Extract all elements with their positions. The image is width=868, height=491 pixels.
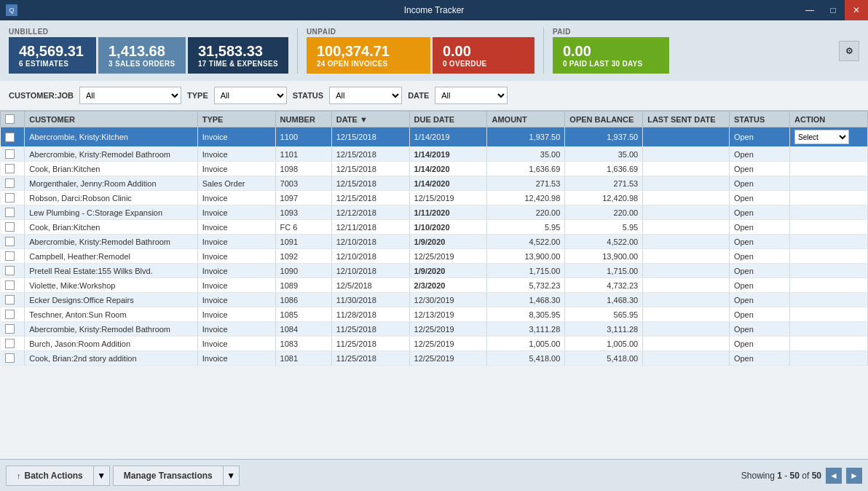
row-check-cell[interactable] <box>1 264 25 278</box>
customer-job-select[interactable]: All <box>79 87 181 104</box>
row-checkbox[interactable] <box>5 324 15 334</box>
date-select[interactable]: All <box>435 87 508 104</box>
row-action[interactable] <box>790 249 868 264</box>
row-checkbox[interactable] <box>5 178 15 188</box>
paid-last30-card[interactable]: 0.00 0 PAID LAST 30 DAYS <box>553 37 669 74</box>
row-check-cell[interactable] <box>1 176 25 191</box>
row-checkbox[interactable] <box>5 251 15 261</box>
table-row[interactable]: Teschner, Anton:Sun Room Invoice 1085 11… <box>1 307 868 322</box>
row-checkbox[interactable] <box>5 222 15 232</box>
row-action[interactable] <box>790 351 868 366</box>
table-row[interactable]: Morgenthaler, Jenny:Room Addition Sales … <box>1 176 868 191</box>
row-check-cell[interactable] <box>1 322 25 337</box>
estimates-card[interactable]: 48,569.31 6 ESTIMATES <box>9 37 96 74</box>
open-invoices-card[interactable]: 100,374.71 24 OPEN INVOICES <box>307 37 430 74</box>
row-checkbox[interactable] <box>5 310 15 319</box>
time-expenses-card[interactable]: 31,583.33 17 TIME & EXPENSES <box>188 37 288 74</box>
row-checkbox[interactable] <box>5 237 15 246</box>
table-row[interactable]: Abercrombie, Kristy:Kitchen Invoice 1100… <box>1 127 868 147</box>
row-check-cell[interactable] <box>1 147 25 162</box>
row-action[interactable] <box>790 205 868 220</box>
row-checkbox[interactable] <box>5 208 15 217</box>
header-lastsent[interactable]: LAST SENT DATE <box>643 111 730 127</box>
row-action[interactable] <box>790 147 868 162</box>
close-button[interactable]: ✕ <box>845 0 868 20</box>
row-action[interactable]: Select <box>790 127 868 147</box>
row-action[interactable] <box>790 235 868 249</box>
table-row[interactable]: Cook, Brian:2nd story addition Invoice 1… <box>1 351 868 366</box>
table-row[interactable]: Abercrombie, Kristy:Remodel Bathroom Inv… <box>1 235 868 249</box>
prev-page-button[interactable]: ◄ <box>826 468 842 484</box>
row-action[interactable] <box>790 293 868 307</box>
row-check-cell[interactable] <box>1 220 25 235</box>
type-select[interactable]: All <box>214 87 287 104</box>
row-check-cell[interactable] <box>1 127 25 147</box>
row-lastsent <box>643 249 730 264</box>
header-date[interactable]: DATE ▼ <box>331 111 409 127</box>
restore-button[interactable]: □ <box>821 0 845 20</box>
row-check-cell[interactable] <box>1 337 25 351</box>
gear-button[interactable]: ⚙ <box>839 41 859 61</box>
header-status[interactable]: STATUS <box>729 111 789 127</box>
row-checkbox[interactable] <box>5 149 15 159</box>
header-balance[interactable]: OPEN BALANCE <box>565 111 643 127</box>
batch-actions-dropdown[interactable]: ▼ <box>94 466 110 486</box>
overdue-card[interactable]: 0.00 0 OVERDUE <box>433 37 534 74</box>
header-number[interactable]: NUMBER <box>275 111 331 127</box>
row-action[interactable] <box>790 264 868 278</box>
row-action[interactable] <box>790 322 868 337</box>
row-checkbox[interactable] <box>5 353 15 363</box>
row-checkbox[interactable] <box>5 164 15 173</box>
minimize-button[interactable]: — <box>798 0 821 20</box>
row-check-cell[interactable] <box>1 205 25 220</box>
table-row[interactable]: Abercrombie, Kristy:Remodel Bathroom Inv… <box>1 147 868 162</box>
row-action[interactable] <box>790 278 868 293</box>
row-check-cell[interactable] <box>1 162 25 176</box>
table-row[interactable]: Cook, Brian:Kitchen Invoice FC 6 12/11/2… <box>1 220 868 235</box>
table-row[interactable]: Burch, Jason:Room Addition Invoice 1083 … <box>1 337 868 351</box>
manage-transactions-dropdown[interactable]: ▼ <box>224 466 240 486</box>
table-scroll-area[interactable]: CUSTOMER TYPE NUMBER DATE ▼ DUE DATE AMO… <box>0 111 868 455</box>
row-check-cell[interactable] <box>1 307 25 322</box>
next-page-button[interactable]: ► <box>846 468 862 484</box>
row-action[interactable] <box>790 191 868 205</box>
table-row[interactable]: Violette, Mike:Workshop Invoice 1089 12/… <box>1 278 868 293</box>
header-duedate[interactable]: DUE DATE <box>409 111 487 127</box>
row-action[interactable] <box>790 176 868 191</box>
row-checkbox[interactable] <box>5 280 15 290</box>
table-row[interactable]: Pretell Real Estate:155 Wilks Blvd. Invo… <box>1 264 868 278</box>
header-type[interactable]: TYPE <box>197 111 275 127</box>
header-amount[interactable]: AMOUNT <box>487 111 565 127</box>
header-check[interactable] <box>1 111 25 127</box>
sales-orders-card[interactable]: 1,413.68 3 SALES ORDERS <box>98 37 186 74</box>
table-row[interactable]: Abercrombie, Kristy:Remodel Bathroom Inv… <box>1 322 868 337</box>
table-row[interactable]: Robson, Darci:Robson Clinic Invoice 1097… <box>1 191 868 205</box>
row-check-cell[interactable] <box>1 249 25 264</box>
manage-transactions-button[interactable]: Manage Transactions <box>113 466 224 486</box>
row-checkbox[interactable] <box>5 133 15 142</box>
table-row[interactable]: Lew Plumbing - C:Storage Expansion Invoi… <box>1 205 868 220</box>
action-select[interactable]: Select <box>794 130 849 144</box>
row-check-cell[interactable] <box>1 191 25 205</box>
table-row[interactable]: Cook, Brian:Kitchen Invoice 1098 12/15/2… <box>1 162 868 176</box>
row-checkbox[interactable] <box>5 339 15 348</box>
row-action[interactable] <box>790 307 868 322</box>
table-row[interactable]: Ecker Designs:Office Repairs Invoice 108… <box>1 293 868 307</box>
header-action[interactable]: ACTION <box>790 111 868 127</box>
table-row[interactable]: Campbell, Heather:Remodel Invoice 1092 1… <box>1 249 868 264</box>
row-check-cell[interactable] <box>1 293 25 307</box>
row-checkbox[interactable] <box>5 266 15 275</box>
row-action[interactable] <box>790 337 868 351</box>
header-customer[interactable]: CUSTOMER <box>25 111 197 127</box>
row-action[interactable] <box>790 220 868 235</box>
row-type: Invoice <box>197 127 275 147</box>
status-select[interactable]: All <box>329 87 402 104</box>
row-action[interactable] <box>790 162 868 176</box>
batch-actions-button[interactable]: ↑ Batch Actions <box>6 466 94 486</box>
select-all-checkbox[interactable] <box>5 114 15 124</box>
row-check-cell[interactable] <box>1 351 25 366</box>
row-checkbox[interactable] <box>5 193 15 203</box>
row-check-cell[interactable] <box>1 278 25 293</box>
row-check-cell[interactable] <box>1 235 25 249</box>
row-checkbox[interactable] <box>5 295 15 305</box>
